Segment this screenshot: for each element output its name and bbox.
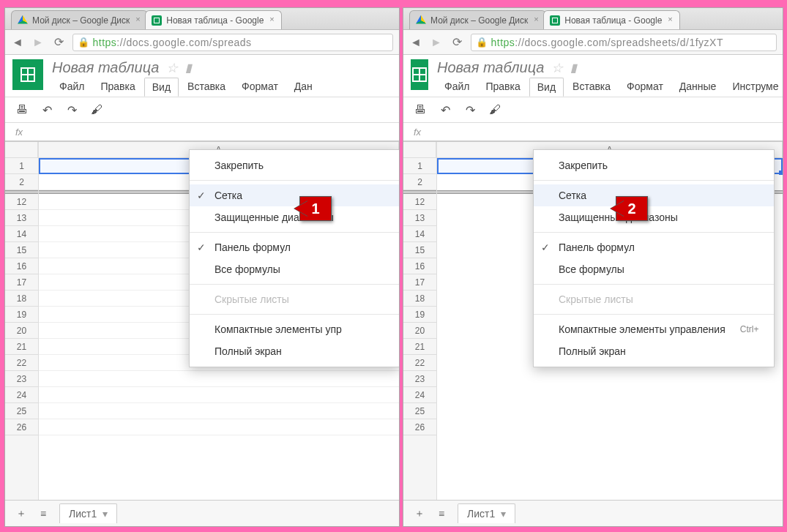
row-header[interactable]: 26 — [5, 419, 38, 435]
row-header[interactable]: 1 — [403, 158, 436, 174]
row-header[interactable]: 26 — [403, 419, 436, 435]
row-header[interactable]: 2 — [403, 174, 436, 190]
row-header[interactable]: 1 — [5, 158, 38, 174]
redo-icon[interactable]: ↷ — [463, 103, 477, 116]
sheets-logo[interactable] — [411, 59, 428, 90]
menu-freeze[interactable]: Закрепить — [190, 154, 399, 176]
formula-bar[interactable]: fx — [5, 123, 399, 142]
row-header[interactable]: 12 — [403, 194, 436, 210]
reload-button[interactable]: ⟳ — [450, 36, 463, 49]
undo-icon[interactable]: ↶ — [40, 103, 53, 116]
star-icon[interactable]: ☆ — [166, 60, 178, 76]
browser-tab-sheets[interactable]: Новая таблица - Google × — [543, 10, 680, 29]
row-header[interactable]: 23 — [5, 371, 38, 387]
address-bar[interactable]: 🔒 https ://docs.google.com/spreadsheets/… — [471, 34, 777, 51]
doc-title[interactable]: Новая таблица — [437, 59, 544, 76]
row-header[interactable]: 22 — [403, 355, 436, 371]
row-header[interactable]: 25 — [5, 403, 38, 419]
row-header[interactable]: 25 — [403, 403, 436, 419]
row-header[interactable]: 20 — [403, 323, 436, 339]
menu-edit[interactable]: Правка — [93, 78, 142, 97]
row-header[interactable]: 22 — [5, 355, 38, 371]
back-button[interactable]: ◄ — [11, 36, 24, 49]
reload-button[interactable]: ⟳ — [52, 36, 65, 49]
row-header[interactable]: 24 — [403, 387, 436, 403]
row-header[interactable]: 23 — [403, 371, 436, 387]
grid-row[interactable] — [437, 371, 783, 387]
row-header[interactable]: 13 — [403, 210, 436, 226]
row-header[interactable]: 14 — [403, 226, 436, 242]
print-icon[interactable]: 🖶 — [414, 103, 427, 116]
menu-compact-controls[interactable]: Компактные элементы управленияCtrl+ — [534, 318, 774, 340]
folder-icon[interactable]: ▮ — [185, 61, 192, 75]
menu-all-formulas[interactable]: Все формулы — [190, 258, 399, 280]
row-header[interactable]: 2 — [5, 174, 38, 190]
sheet-tab-menu-icon[interactable]: ▾ — [102, 508, 108, 520]
row-header[interactable]: 17 — [403, 274, 436, 291]
row-header[interactable]: 12 — [5, 194, 38, 210]
browser-tab-drive[interactable]: Мой диск – Google Диск × — [11, 10, 148, 29]
formula-bar[interactable]: fx — [403, 123, 783, 142]
paint-format-icon[interactable]: 🖌 — [90, 103, 103, 116]
browser-tab-sheets[interactable]: Новая таблица - Google × — [145, 10, 282, 29]
sheets-logo[interactable] — [12, 59, 43, 90]
forward-button[interactable]: ► — [31, 36, 45, 49]
menu-view[interactable]: Вид — [529, 78, 564, 97]
add-sheet-button[interactable]: ＋ — [15, 508, 27, 520]
address-bar[interactable]: 🔒 https ://docs.google.com/spreads — [72, 34, 393, 51]
doc-title[interactable]: Новая таблица — [52, 59, 159, 76]
browser-tab-drive[interactable]: Мой диск – Google Диск × — [409, 10, 546, 29]
row-header[interactable]: 19 — [5, 307, 38, 323]
grid-row[interactable] — [437, 419, 783, 435]
menu-fullscreen[interactable]: Полный экран — [534, 340, 774, 362]
row-header[interactable]: 18 — [403, 291, 436, 307]
row-header[interactable]: 16 — [403, 258, 436, 274]
menu-all-formulas[interactable]: Все формулы — [534, 258, 774, 280]
print-icon[interactable]: 🖶 — [15, 103, 29, 116]
menu-format[interactable]: Формат — [234, 78, 286, 97]
redo-icon[interactable]: ↷ — [65, 103, 78, 116]
row-header[interactable]: 17 — [5, 274, 38, 291]
menu-file[interactable]: Файл — [437, 78, 477, 97]
menu-data[interactable]: Данные — [672, 78, 724, 97]
sheet-tab[interactable]: Лист1 ▾ — [458, 503, 515, 523]
grid-row[interactable] — [437, 403, 783, 419]
row-header[interactable]: 20 — [5, 323, 38, 339]
all-sheets-button[interactable]: ≡ — [37, 508, 49, 520]
menu-gridlines[interactable]: Сетка — [534, 184, 774, 206]
row-header[interactable]: 24 — [5, 387, 38, 403]
fill-handle[interactable] — [779, 171, 783, 175]
row-header[interactable]: 15 — [403, 242, 436, 258]
row-header[interactable]: 21 — [403, 339, 436, 355]
close-icon[interactable]: × — [534, 15, 541, 23]
back-button[interactable]: ◄ — [409, 36, 422, 49]
menu-formula-bar[interactable]: ✓Панель формул — [534, 236, 774, 258]
grid-row[interactable] — [39, 419, 399, 435]
row-header[interactable]: 13 — [5, 210, 38, 226]
star-icon[interactable]: ☆ — [551, 60, 563, 76]
grid-row[interactable] — [39, 387, 399, 403]
grid-row[interactable] — [39, 403, 399, 419]
menu-freeze[interactable]: Закрепить — [534, 154, 774, 176]
grid-row[interactable] — [437, 387, 783, 403]
folder-icon[interactable]: ▮ — [570, 61, 577, 75]
menu-insert[interactable]: Вставка — [180, 78, 233, 97]
paint-format-icon[interactable]: 🖌 — [488, 103, 501, 116]
menu-insert[interactable]: Вставка — [565, 78, 618, 97]
add-sheet-button[interactable]: ＋ — [414, 508, 425, 520]
menu-edit[interactable]: Правка — [478, 78, 527, 97]
row-header[interactable]: 16 — [5, 258, 38, 274]
close-icon[interactable]: × — [269, 15, 277, 23]
all-sheets-button[interactable]: ≡ — [436, 508, 447, 520]
menu-fullscreen[interactable]: Полный экран — [190, 340, 399, 362]
row-header[interactable]: 18 — [5, 291, 38, 307]
menu-file[interactable]: Файл — [52, 78, 92, 97]
menu-data[interactable]: Дан — [287, 78, 320, 97]
row-header[interactable]: 21 — [5, 339, 38, 355]
menu-formula-bar[interactable]: ✓Панель формул — [190, 236, 399, 258]
menu-format[interactable]: Формат — [619, 78, 671, 97]
menu-compact-controls[interactable]: Компактные элементы упр — [190, 318, 399, 340]
row-header[interactable]: 14 — [5, 226, 38, 242]
menu-protected-ranges[interactable]: Защищенные диапазоны — [534, 206, 774, 228]
row-header[interactable]: 15 — [5, 242, 38, 258]
